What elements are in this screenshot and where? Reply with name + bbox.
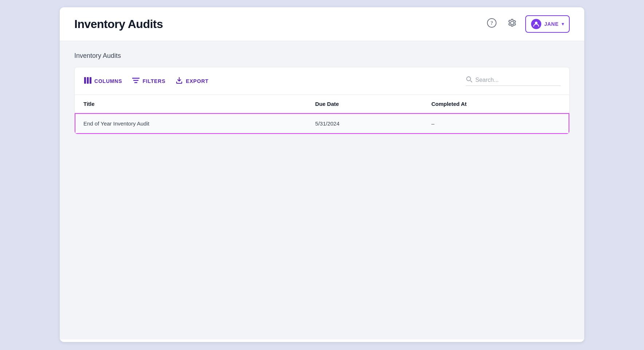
svg-rect-3 xyxy=(84,77,86,84)
columns-button[interactable]: COLUMNS xyxy=(83,75,123,87)
filters-icon xyxy=(132,77,140,84)
table-row[interactable]: End of Year Inventory Audit 5/31/2024 – xyxy=(75,113,569,134)
filters-button[interactable]: FILTERS xyxy=(131,75,166,87)
search-icon xyxy=(466,76,472,84)
user-name: JANE xyxy=(544,21,558,27)
header-actions: ? JANE xyxy=(484,15,570,33)
cell-title: End of Year Inventory Audit xyxy=(75,113,306,134)
chevron-down-icon: ▾ xyxy=(562,21,564,27)
col-header-completed-at: Completed At xyxy=(423,95,569,113)
app-container: Inventory Audits ? xyxy=(60,7,584,342)
toolbar-left: COLUMNS FILTERS xyxy=(83,75,209,87)
cell-completed-at: – xyxy=(423,113,569,134)
main-content: Inventory Audits COLUMNS xyxy=(60,41,584,339)
table-body: End of Year Inventory Audit 5/31/2024 – xyxy=(75,113,569,134)
svg-rect-4 xyxy=(87,77,89,84)
user-menu-button[interactable]: JANE ▾ xyxy=(525,15,570,33)
table-header: Title Due Date Completed At xyxy=(75,95,569,113)
cell-due-date: 5/31/2024 xyxy=(306,113,423,134)
table-header-row: Title Due Date Completed At xyxy=(75,95,569,113)
svg-point-9 xyxy=(467,77,471,81)
columns-label: COLUMNS xyxy=(94,78,122,84)
export-icon xyxy=(176,77,183,85)
avatar xyxy=(531,19,541,29)
svg-text:?: ? xyxy=(491,20,493,26)
toolbar: COLUMNS FILTERS xyxy=(75,67,569,95)
table-card: COLUMNS FILTERS xyxy=(74,67,570,134)
data-table: Title Due Date Completed At End of Year … xyxy=(75,95,569,134)
page-subtitle: Inventory Audits xyxy=(74,52,570,60)
col-header-title: Title xyxy=(75,95,306,113)
gear-icon xyxy=(507,18,517,30)
help-icon: ? xyxy=(487,18,496,30)
page-title: Inventory Audits xyxy=(74,17,163,31)
svg-rect-5 xyxy=(90,77,91,84)
columns-icon xyxy=(84,77,91,85)
col-header-due-date: Due Date xyxy=(306,95,423,113)
header: Inventory Audits ? xyxy=(60,7,584,41)
help-button[interactable]: ? xyxy=(484,17,499,31)
search-wrapper xyxy=(466,76,561,86)
settings-button[interactable] xyxy=(505,17,519,31)
filters-label: FILTERS xyxy=(142,78,165,84)
search-input[interactable] xyxy=(475,77,548,83)
export-label: EXPORT xyxy=(186,78,208,84)
export-button[interactable]: EXPORT xyxy=(175,75,209,87)
